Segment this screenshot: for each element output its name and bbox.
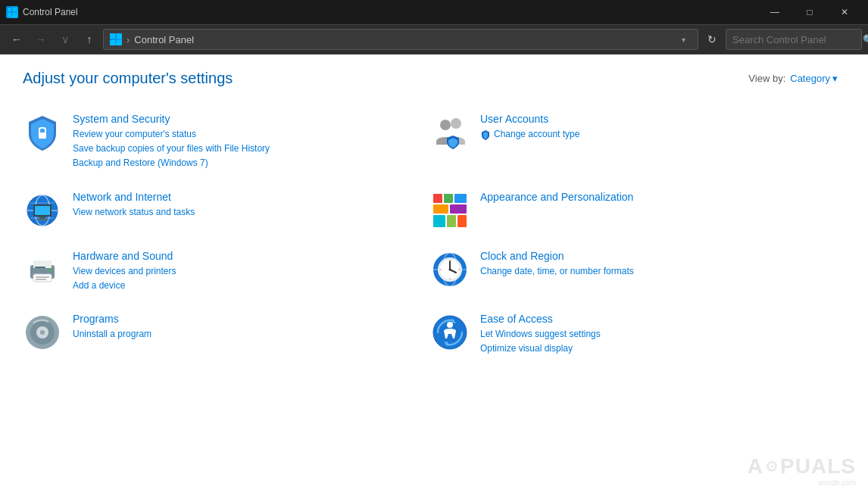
network-link-0[interactable]: View network status and tasks	[73, 205, 423, 220]
section-system: System and Security Review your computer…	[23, 105, 430, 183]
view-by-value-text: Category	[790, 73, 830, 84]
window-title: Control Panel	[23, 7, 78, 17]
close-button[interactable]: ✕	[827, 0, 862, 24]
svg-rect-25	[433, 215, 445, 227]
svg-rect-6	[110, 40, 115, 45]
recent-button[interactable]: ∨	[55, 29, 76, 50]
programs-title[interactable]: Programs	[73, 313, 423, 325]
access-text: Ease of Access Let Windows suggest setti…	[480, 313, 830, 356]
section-programs: Programs Uninstall a program	[23, 305, 430, 368]
svg-point-50	[40, 330, 45, 335]
svg-rect-4	[110, 33, 115, 39]
forward-button[interactable]: →	[30, 29, 52, 50]
title-bar-left: Control Panel	[6, 6, 78, 18]
svg-rect-7	[117, 40, 122, 45]
svg-rect-23	[433, 204, 448, 214]
app-icon	[6, 6, 18, 18]
user-title[interactable]: User Accounts	[480, 113, 830, 125]
view-by-dropdown[interactable]: Category ▾	[790, 73, 838, 84]
system-link-2[interactable]: Backup and Restore (Windows 7)	[73, 156, 423, 170]
minimize-button[interactable]: —	[757, 0, 792, 24]
address-icon	[110, 33, 122, 45]
svg-point-42	[449, 268, 451, 270]
section-network: Network and Internet View network status…	[23, 183, 430, 242]
svg-rect-24	[450, 204, 467, 214]
user-icon	[430, 113, 470, 152]
access-title[interactable]: Ease of Access	[480, 313, 830, 325]
svg-rect-22	[454, 194, 467, 203]
svg-rect-8	[39, 133, 46, 139]
system-icon	[23, 113, 62, 152]
search-box[interactable]: 🔍	[726, 29, 862, 50]
search-input[interactable]	[732, 34, 860, 45]
user-link-0[interactable]: Change account type	[480, 127, 830, 142]
watermark: A ⚙ PUALS wsxdn.com	[748, 454, 856, 487]
svg-rect-19	[36, 219, 48, 220]
view-by-label: View by:	[748, 73, 785, 84]
hardware-link-0[interactable]: View devices and printers	[73, 264, 423, 279]
address-separator: ›	[126, 34, 130, 45]
svg-rect-0	[8, 8, 11, 11]
svg-point-52	[447, 322, 453, 328]
section-hardware: Hardware and Sound View devices and prin…	[23, 242, 430, 305]
svg-rect-17	[35, 206, 50, 215]
programs-icon	[23, 313, 62, 352]
refresh-button[interactable]: ↻	[701, 29, 723, 50]
section-access: Ease of Access Let Windows suggest setti…	[430, 305, 838, 368]
view-by-chevron-icon: ▾	[832, 73, 838, 84]
back-button[interactable]: ←	[6, 29, 27, 50]
main-content: Adjust your computer's settings View by:…	[0, 55, 868, 496]
page-header: Adjust your computer's settings View by:…	[15, 70, 838, 87]
svg-rect-27	[457, 215, 467, 227]
system-text: System and Security Review your computer…	[73, 113, 423, 171]
up-button[interactable]: ↑	[79, 29, 100, 50]
address-text: Control Panel	[134, 34, 670, 45]
system-title[interactable]: System and Security	[73, 113, 423, 125]
svg-rect-32	[36, 279, 46, 280]
system-link-1[interactable]: Save backup copies of your files with Fi…	[73, 142, 423, 156]
maximize-button[interactable]: □	[792, 0, 827, 24]
page-title: Adjust your computer's settings	[23, 70, 233, 87]
section-user: User Accounts Change account type	[430, 105, 838, 183]
svg-point-33	[48, 268, 52, 271]
svg-rect-3	[13, 13, 17, 17]
svg-rect-31	[36, 276, 49, 278]
network-title[interactable]: Network and Internet	[73, 191, 423, 203]
programs-link-0[interactable]: Uninstall a program	[73, 327, 423, 342]
section-clock: Clock and Region Change date, time, or n…	[430, 242, 838, 305]
user-text: User Accounts Change account type	[480, 113, 830, 142]
clock-title[interactable]: Clock and Region	[480, 250, 830, 262]
hardware-icon	[23, 250, 62, 289]
section-appearance: Appearance and Personalization	[430, 183, 838, 242]
address-field[interactable]: › Control Panel ▾	[103, 29, 698, 50]
access-icon	[430, 313, 470, 352]
watermark-sub: wsxdn.com	[818, 479, 856, 487]
window-controls: — □ ✕	[757, 0, 862, 24]
hardware-text: Hardware and Sound View devices and prin…	[73, 250, 423, 293]
watermark-gear-icon: ⚙	[765, 457, 779, 476]
svg-rect-5	[117, 33, 122, 39]
title-bar: Control Panel — □ ✕	[0, 0, 868, 24]
appearance-title[interactable]: Appearance and Personalization	[480, 191, 830, 203]
view-by-control: View by: Category ▾	[748, 73, 838, 84]
search-icon: 🔍	[863, 34, 868, 45]
appearance-icon	[430, 191, 470, 230]
hardware-link-1[interactable]: Add a device	[73, 279, 423, 293]
network-text: Network and Internet View network status…	[73, 191, 423, 220]
watermark-logo: A	[748, 454, 763, 479]
system-link-0[interactable]: Review your computer's status	[73, 127, 423, 142]
clock-link-0[interactable]: Change date, time, or number formats	[480, 264, 830, 279]
access-link-1[interactable]: Optimize visual display	[480, 342, 830, 356]
user-change-account-link: Change account type	[494, 127, 579, 142]
clock-text: Clock and Region Change date, time, or n…	[480, 250, 830, 279]
network-icon	[23, 191, 62, 230]
svg-rect-20	[433, 194, 442, 203]
hardware-title[interactable]: Hardware and Sound	[73, 250, 423, 262]
access-link-0[interactable]: Let Windows suggest settings	[480, 327, 830, 342]
svg-point-10	[451, 118, 461, 129]
control-panel-grid: System and Security Review your computer…	[15, 105, 838, 368]
svg-rect-18	[39, 217, 45, 219]
shield-small-icon	[480, 129, 491, 140]
address-dropdown-button[interactable]: ▾	[675, 31, 692, 48]
programs-text: Programs Uninstall a program	[73, 313, 423, 342]
